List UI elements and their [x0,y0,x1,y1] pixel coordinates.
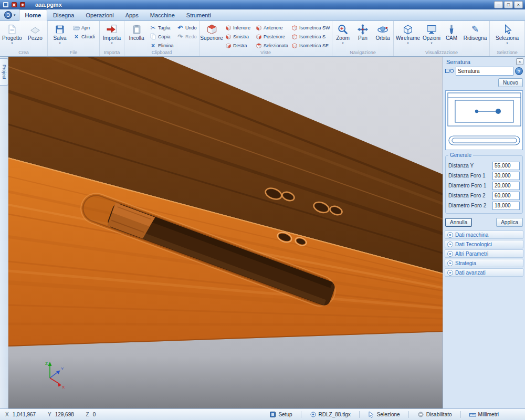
importa-button[interactable]: Importa ▾ [101,22,123,49]
macro-name-input[interactable] [456,67,513,76]
paste-clipboard-icon [132,23,142,36]
apri-button[interactable]: Apri [72,24,98,32]
status-selezione[interactable]: Selezione [360,412,408,418]
view-cube-icon [255,33,262,40]
help-button[interactable]: ? [515,67,523,75]
nuovo-button[interactable]: Nuovo [498,78,523,87]
tab-apps[interactable]: Apps [120,10,144,20]
viewport-3d[interactable]: Z Y X [8,57,443,408]
copia-button[interactable]: Copia [149,33,175,40]
tab-disegna[interactable]: Disegna [47,10,80,20]
incolla-button[interactable]: Incolla [125,22,148,49]
restore-button[interactable]: □ [504,1,513,8]
isometrica-sw-button[interactable]: Isometrica SW [290,24,331,32]
pan-button[interactable]: Pan [353,22,372,49]
opzioni-button[interactable]: Opzioni ▾ [422,22,441,49]
status-bar: X1,041,967 Y129,698 Z0 Setup RDLZ_88.tlg… [0,408,525,420]
isometrica-se-button[interactable]: Isometrica SE [290,41,331,49]
tab-home[interactable]: Home [19,9,48,21]
importa-label: Importa [103,36,121,41]
superiore-button[interactable]: Superiore [201,22,223,49]
minimize-button[interactable]: – [494,1,503,8]
zoom-magnifier-icon [337,23,349,36]
destra-button[interactable]: Destra [224,41,253,49]
coord-y-value: 129,698 [55,412,74,417]
selection-cursor-icon [368,412,375,418]
salva-button[interactable]: Salva ▾ [49,22,71,49]
tab-strumenti[interactable]: Strumenti [181,10,217,20]
applica-button[interactable]: Applica [496,218,523,227]
section-dati-macchina[interactable]: » Dati macchina [445,230,523,239]
ridisegna-button[interactable]: ✎ Ridisegna [462,22,488,49]
taglia-button[interactable]: ✂ Taglia [149,24,175,32]
inferiore-button[interactable]: Inferiore [224,24,253,32]
save-disk-icon [55,23,65,36]
chevron-expand-icon: » [447,251,453,257]
distanza-foro-1-input[interactable] [492,172,520,180]
redo-button[interactable]: ↷ Redo [176,33,198,40]
quick-access-icon[interactable] [19,2,26,8]
status-disabilitato[interactable]: Disabilitato [409,412,460,418]
delete-cross-icon: × [150,42,156,49]
application-menu-button[interactable]: ▾ [2,11,19,20]
section-dati-avanzati[interactable]: » Dati avanzati [445,268,523,277]
project-panel-tab[interactable]: Project [0,58,8,86]
lock-tool-icon [445,68,454,75]
groupbox-label: Generale [448,152,473,158]
field-label: Distanza Y [448,163,474,169]
redo-label: Redo [185,34,197,39]
undo-button[interactable]: ↶ Undo [176,24,198,32]
pezzo-button[interactable]: Pezzo [24,22,46,49]
status-setup[interactable]: Setup [261,412,300,418]
panel-title: Serratura [446,59,516,65]
view-cube-top-icon [206,23,218,36]
selezionata-button[interactable]: Selezionata [254,41,289,49]
status-millimetri[interactable]: Millimetri [461,412,507,418]
ribbon-group-navigazione: Zoom ▾ Pan Orbita Navigazione [332,21,394,56]
ruler-icon [469,412,476,418]
elimina-button[interactable]: × Elimina [149,41,175,49]
ribbon: Progetto ▾ Pezzo Crea Salva ▾ [0,21,525,57]
isometrica-s-button[interactable]: Isometrica S [290,33,331,40]
zoom-button[interactable]: Zoom ▾ [333,22,352,49]
inferiore-label: Inferiore [233,25,250,30]
zoom-label: Zoom [336,36,350,41]
lock-preview-diagram [445,90,523,150]
cam-button[interactable]: CAM [442,22,461,49]
chevron-down-icon: ▾ [111,41,112,45]
anteriore-button[interactable]: Anteriore [254,24,289,32]
diametro-foro-2-input[interactable] [492,202,520,210]
group-label-viste: Viste [201,49,331,56]
distanza-foro-2-input[interactable] [492,192,520,200]
quick-access-icon[interactable] [10,2,17,8]
viewport-canvas[interactable]: Z Y X [8,57,443,408]
sinistra-button[interactable]: Sinistra [224,33,253,40]
chiudi-button[interactable]: × Chiudi [72,33,98,40]
section-dati-tecnologici[interactable]: » Dati Tecnologici [445,240,523,248]
status-setup-label: Setup [278,412,292,417]
axis-z-label: Z [45,361,48,366]
ribbon-group-crea: Progetto ▾ Pezzo Crea [0,21,48,56]
section-label: Dati macchina [455,232,488,238]
wireframe-button[interactable]: Wireframe ▾ [395,22,421,49]
diametro-foro-1-input[interactable] [492,182,520,190]
undo-arrow-icon: ↶ [177,24,184,31]
section-strategia[interactable]: » Strategia [445,259,523,267]
annulla-button[interactable]: Annulla [445,218,472,227]
open-folder-icon [73,24,80,31]
section-altri-parametri[interactable]: » Altri Parametri [445,249,523,258]
panel-close-button[interactable]: × [516,58,523,65]
close-button[interactable]: × [514,1,523,8]
seleziona-button[interactable]: Seleziona ▾ [494,22,520,49]
new-project-icon [7,23,17,36]
status-tool-file[interactable]: RDLZ_88.tlgx [301,412,359,418]
status-disabilitato-label: Disabilitato [426,412,452,417]
tab-macchine[interactable]: Macchine [144,10,181,20]
tab-operazioni[interactable]: Operazioni [80,10,119,20]
field-label: Distanza Foro 1 [448,173,486,178]
distanza-y-input[interactable] [492,162,520,170]
progetto-button[interactable]: Progetto ▾ [1,22,23,49]
seleziona-label: Seleziona [496,36,519,41]
posteriore-button[interactable]: Posteriore [254,33,289,40]
orbita-button[interactable]: Orbita [373,22,392,49]
